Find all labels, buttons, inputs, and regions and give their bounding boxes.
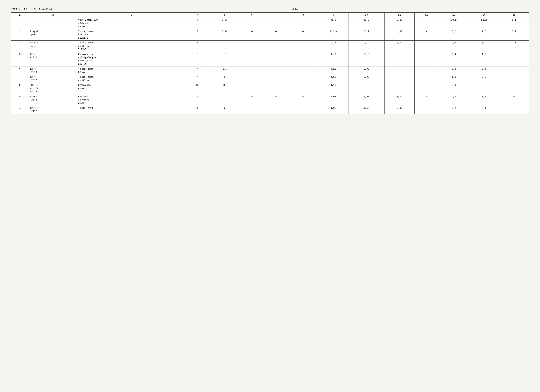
table-cell: — [499, 75, 529, 83]
page-header: Г903-2- 18 Ал.8.2,кн.2 — 241— [11, 7, 529, 10]
table-cell: — [264, 83, 288, 94]
table-cell: 8 [11, 83, 29, 94]
table-cell: То же, диам. до 38 мм [77, 75, 186, 83]
table-cell: 4,82 [385, 29, 415, 40]
table-cell: 6,2 [439, 94, 469, 106]
table-cell: — [240, 106, 264, 114]
table-cell: 1,8 [469, 52, 499, 66]
col-header-10: 10 [348, 13, 385, 18]
table-cell: 0,2 [499, 29, 529, 40]
table-cell: — [499, 83, 529, 94]
table-cell: Стоимость воды [77, 83, 186, 94]
table-cell: 8 [210, 75, 240, 83]
table-cell: 3,08 [318, 94, 348, 106]
table-cell: — [499, 52, 529, 66]
table-cell: 3,0 [439, 83, 469, 94]
table-row: труб диам. 108х х3,5 мм 82,9х1,1Т0,33———… [11, 18, 529, 29]
table-cell: 91,2 [318, 18, 348, 29]
col-header-4: 4 [186, 13, 210, 18]
table-row: 5I2-у- -2019Промывка во- дой трубопро- в… [11, 52, 529, 66]
table-cell: — [288, 94, 318, 106]
table-cell: 0,33 [210, 18, 240, 29]
doc-ref: Ал.8.2,кн.2 [34, 7, 52, 10]
table-cell: Промывка во- дой трубопро- водов диам. 1… [77, 52, 186, 66]
main-table: 123456789101112131415 труб диам. 108х х3… [11, 12, 529, 114]
table-cell: — [415, 18, 439, 29]
table-cell: — [499, 106, 529, 114]
table-cell: То же, диам. до 38 мм I,2IхI,1 [77, 40, 186, 52]
table-cell: I2-у- -2172 [29, 106, 77, 114]
table-cell: 80 [210, 83, 240, 94]
table-cell: I2-у-8 прим. [29, 40, 77, 52]
table-cell: 1,33 [318, 40, 348, 52]
table-cell: 30,1 [439, 18, 469, 29]
table-cell: шт. [186, 106, 210, 114]
table-cell: — [264, 66, 288, 75]
table-cell: ЦМО-I2 етд.II таб.2 [29, 83, 77, 94]
table-row: 9I2-у- -2172Вентиль I5кч19нI Ду32шт.2———… [11, 94, 529, 106]
table-cell: 3,4 [469, 106, 499, 114]
table-cell: — [469, 83, 499, 94]
table-cell: Т [186, 29, 210, 40]
col-header-13: 13 [439, 13, 469, 18]
col-header-3: 3 [77, 13, 186, 18]
col-header-11: 11 [385, 13, 415, 18]
table-cell: 0,5 [469, 75, 499, 83]
table-cell: м3 [186, 83, 210, 94]
table-cell: — [240, 52, 264, 66]
table-cell: — [415, 75, 439, 83]
table-row: 8ЦМО-I2 етд.II таб.2Стоимость водым380——… [11, 83, 529, 94]
table-cell: — [264, 75, 288, 83]
table-cell: 0,06 [348, 75, 385, 83]
table-row: 3I2-у-I2 прим.То же, диам. 57х3 мм 119х1… [11, 29, 529, 40]
table-cell: 5 [11, 52, 29, 66]
table-cell: I2-у-I2 прим. [29, 29, 77, 40]
table-header-row: 123456789101112131415 [11, 13, 529, 18]
table-cell: — [288, 66, 318, 75]
table-cell: — [385, 83, 415, 94]
table-cell: 18 [210, 52, 240, 66]
table-cell: — [288, 29, 318, 40]
table-cell: — [288, 83, 318, 94]
table-cell: То же, диам. 57х3 мм 119х1,1 [77, 29, 186, 40]
table-cell: 0,08 [348, 66, 385, 75]
table-cell: 42,9 [348, 18, 385, 29]
table-cell: 1,1 [499, 18, 529, 29]
table-cell: — [240, 40, 264, 52]
table-cell: 2,6 [469, 29, 499, 40]
table-cell: 0,8 [439, 66, 469, 75]
table-cell: 2 [210, 94, 240, 106]
table-row: 4I2-у-8 прим.То же, диам. до 38 мм I,2Iх… [11, 40, 529, 52]
table-cell: М [186, 66, 210, 75]
table-cell: — [288, 40, 318, 52]
table-cell: — [240, 66, 264, 75]
table-cell: — [288, 18, 318, 29]
table-cell: — [240, 94, 264, 106]
col-header-9: 9 [318, 13, 348, 18]
table-cell: 7 [11, 75, 29, 83]
table-cell: 5,2 [439, 29, 469, 40]
table-cell: 3,38 [385, 18, 415, 29]
table-cell: — [264, 52, 288, 66]
table-cell: 3 [11, 29, 29, 40]
page-number: — 241— [289, 7, 300, 10]
table-cell: — [385, 75, 415, 83]
table-cell: 0,19 [318, 52, 348, 66]
table-cell: 6,2 [439, 106, 469, 114]
table-cell: Вентиль I5кч19нI Ду32 [77, 94, 186, 106]
table-cell: 0,10 [348, 52, 385, 66]
table-cell: 10 [11, 106, 29, 114]
table-cell [11, 18, 29, 29]
table-cell: — [264, 18, 288, 29]
table-cell: 9,3 [439, 40, 469, 52]
col-header-2: 2 [29, 13, 77, 18]
table-cell: 6 [11, 66, 29, 75]
table-row: 10I2-у- -2172То же, Ду25шт.2———3,081,680… [11, 106, 529, 114]
table-cell: 0,4 [469, 66, 499, 75]
col-header-12: 12 [415, 13, 439, 18]
table-cell: 7 [210, 40, 240, 52]
table-cell: 0,72 [348, 40, 385, 52]
table-cell: I2-у- -2017 [29, 75, 77, 83]
table-cell: — [499, 66, 529, 75]
table-cell: 5,5 [210, 66, 240, 75]
